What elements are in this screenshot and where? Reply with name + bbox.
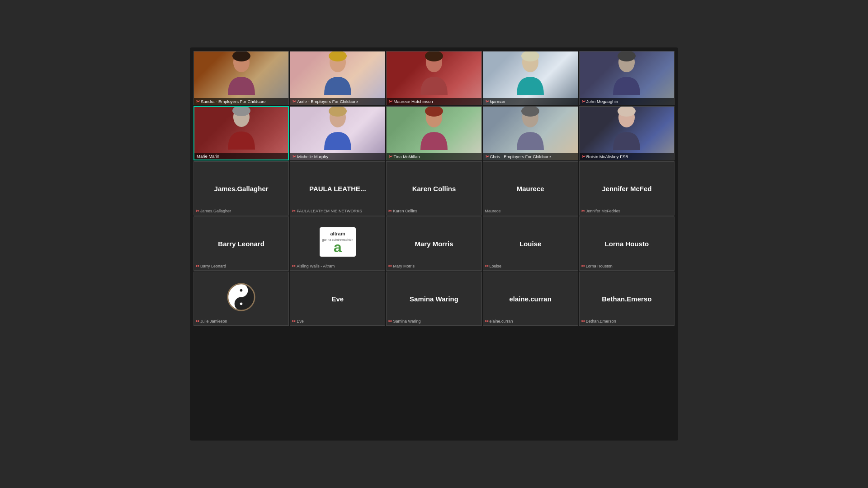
svg-point-28 xyxy=(240,302,243,305)
mute-icon: ✂ xyxy=(292,264,296,268)
participant-name: kjarman xyxy=(490,99,505,104)
username-label-maurece2: Maurece xyxy=(485,209,501,213)
username-label-louise: ✂ Louise xyxy=(485,264,502,268)
mute-icon: ✂ xyxy=(389,154,392,159)
mute-icon: ✂ xyxy=(486,99,489,104)
svg-point-1 xyxy=(232,51,250,61)
text-cell-paula: PAULA LEATHE...✂ PAULA LEATHEM NIE NETWO… xyxy=(290,161,385,216)
participant-label-john: ✂John Megaughin xyxy=(580,98,674,105)
logo-julie xyxy=(226,282,256,314)
mute-icon: ✂ xyxy=(388,319,392,324)
mute-icon: ✂ xyxy=(485,264,489,268)
zoom-window: ✂Sandra - Employers For Childcare ✂Aoife… xyxy=(190,47,678,441)
svg-text:altram: altram xyxy=(330,231,345,236)
row-0: ✂Sandra - Employers For Childcare ✂Aoife… xyxy=(193,51,675,105)
username: Maurece xyxy=(485,209,501,213)
video-cell-roisin: ✂Roisin McAliskey FSB xyxy=(579,106,675,160)
participant-name: Roisin McAliskey FSB xyxy=(586,154,628,159)
display-name-maurece2: Maurece xyxy=(513,185,548,192)
text-cell-eve: Eve✂ Eve xyxy=(290,272,385,326)
video-cell-tina: ✂Tina McMillan xyxy=(386,106,481,160)
text-cell-julie: ✂ Julie Jamieson xyxy=(193,272,289,326)
text-cell-maurece2: MaureceMaurece xyxy=(483,161,578,216)
mute-icon: ✂ xyxy=(292,319,296,324)
mute-icon: ✂ xyxy=(581,319,585,324)
username-label-karen: ✂ Karen Collins xyxy=(388,209,417,213)
text-cell-barry: Barry Leonard✂ Barry Leonard xyxy=(193,216,289,271)
participant-label-kjarman: ✂kjarman xyxy=(483,98,578,105)
username: Mary Morris xyxy=(393,264,415,268)
participant-label-michelle: ✂Michelle Murphy xyxy=(290,153,385,160)
mute-icon: ✂ xyxy=(485,319,489,324)
mute-icon: ✂ xyxy=(292,209,296,213)
text-cell-mary: Mary Morris✂ Mary Morris xyxy=(386,216,481,271)
display-name-lorna: Lorna Housto xyxy=(601,240,653,248)
logo-aisling: altram gur na cuimhneacháin a xyxy=(320,227,356,258)
username-label-paula: ✂ PAULA LEATHEM NIE NETWORKS xyxy=(292,209,362,213)
video-cell-chris: ✂Chris - Employers For Childcare xyxy=(483,106,578,160)
username: Louise xyxy=(490,264,502,268)
username-label-lorna: ✂ Lorna Houston xyxy=(581,264,613,268)
mute-icon: ✂ xyxy=(581,209,585,213)
participant-label-tina: ✂Tina McMillan xyxy=(387,153,481,160)
display-name-louise: Louise xyxy=(516,240,545,248)
display-name-eve: Eve xyxy=(328,295,347,303)
participant-name: Sandra - Employers For Childcare xyxy=(201,99,266,104)
text-cell-bethan: Bethan.Emerso✂ Bethan.Emerson xyxy=(579,272,675,326)
text-cell-james: James.Gallagher✂ James.Gallagher xyxy=(193,161,289,216)
participant-label-sandra: ✂Sandra - Employers For Childcare xyxy=(194,98,288,105)
display-name-bethan: Bethan.Emerso xyxy=(598,295,655,303)
svg-point-3 xyxy=(329,51,347,61)
username: Barry Leonard xyxy=(200,264,226,268)
username-label-samina: ✂ Samina Waring xyxy=(388,319,420,324)
svg-point-15 xyxy=(425,106,443,117)
mute-icon: ✂ xyxy=(196,99,200,104)
row-1: Marie Marin ✂Michelle Murphy ✂Tina McMil… xyxy=(193,106,675,160)
username: Samina Waring xyxy=(393,319,420,324)
username: Bethan.Emerson xyxy=(586,319,616,324)
mute-icon: ✂ xyxy=(388,264,392,268)
mute-icon: ✂ xyxy=(196,319,199,324)
display-name-mary: Mary Morris xyxy=(411,240,457,248)
participant-name: Aoife - Employers For Childcare xyxy=(297,99,358,104)
username: Julie Jamieson xyxy=(200,319,227,324)
mute-icon: ✂ xyxy=(196,209,199,213)
video-cell-john: ✂John Megaughin xyxy=(579,51,675,105)
participant-name: Michelle Murphy xyxy=(297,154,328,159)
video-cell-maurece-h: ✂Maurece Hutchinson xyxy=(386,51,481,105)
display-name-samina: Samina Waring xyxy=(406,295,462,303)
video-cell-kjarman: ✂kjarman xyxy=(483,51,578,105)
mute-icon: ✂ xyxy=(388,209,392,213)
username-label-james: ✂ James.Gallagher xyxy=(196,209,231,213)
video-cell-aoife: ✂Aoife - Employers For Childcare xyxy=(290,51,385,105)
video-grid: ✂Sandra - Employers For Childcare ✂Aoife… xyxy=(193,51,675,437)
username-label-julie: ✂ Julie Jamieson xyxy=(196,319,227,324)
participant-name: Tina McMillan xyxy=(393,154,420,159)
svg-text:a: a xyxy=(334,239,342,255)
text-cell-samina: Samina Waring✂ Samina Waring xyxy=(386,272,481,326)
participant-label-roisin: ✂Roisin McAliskey FSB xyxy=(580,153,674,160)
display-name-karen: Karen Collins xyxy=(409,185,460,192)
mute-icon: ✂ xyxy=(196,264,199,268)
participant-label-chris: ✂Chris - Employers For Childcare xyxy=(483,153,578,160)
row-4: ✂ Julie JamiesonEve✂ EveSamina Waring✂ S… xyxy=(193,272,675,326)
username-label-elaine: ✂ elaine.curran xyxy=(485,319,513,324)
row-3: Barry Leonard✂ Barry Leonard altram gur … xyxy=(193,216,675,271)
participant-label-maurece-h: ✂Maurece Hutchinson xyxy=(387,98,481,105)
text-cell-aisling: altram gur na cuimhneacháin a ✂ Aisling … xyxy=(290,216,385,271)
video-cell-michelle: ✂Michelle Murphy xyxy=(290,106,385,160)
mute-icon: ✂ xyxy=(582,154,585,159)
username-label-bethan: ✂ Bethan.Emerson xyxy=(581,319,616,324)
mute-icon: ✂ xyxy=(581,264,585,268)
svg-point-19 xyxy=(618,106,636,117)
text-cell-elaine: elaine.curran✂ elaine.curran xyxy=(483,272,578,326)
display-name-jennifer: Jennifer McFed xyxy=(598,185,655,192)
mute-icon: ✂ xyxy=(582,99,585,104)
participant-label-marie: Marie Marin xyxy=(194,153,288,160)
participant-name: Maurece Hutchinson xyxy=(393,99,433,104)
video-cell-sandra: ✂Sandra - Employers For Childcare xyxy=(193,51,289,105)
text-cell-louise: Louise✂ Louise xyxy=(483,216,578,271)
row-2: James.Gallagher✂ James.GallagherPAULA LE… xyxy=(193,161,675,216)
display-name-barry: Barry Leonard xyxy=(214,240,268,248)
username-label-eve: ✂ Eve xyxy=(292,319,304,324)
